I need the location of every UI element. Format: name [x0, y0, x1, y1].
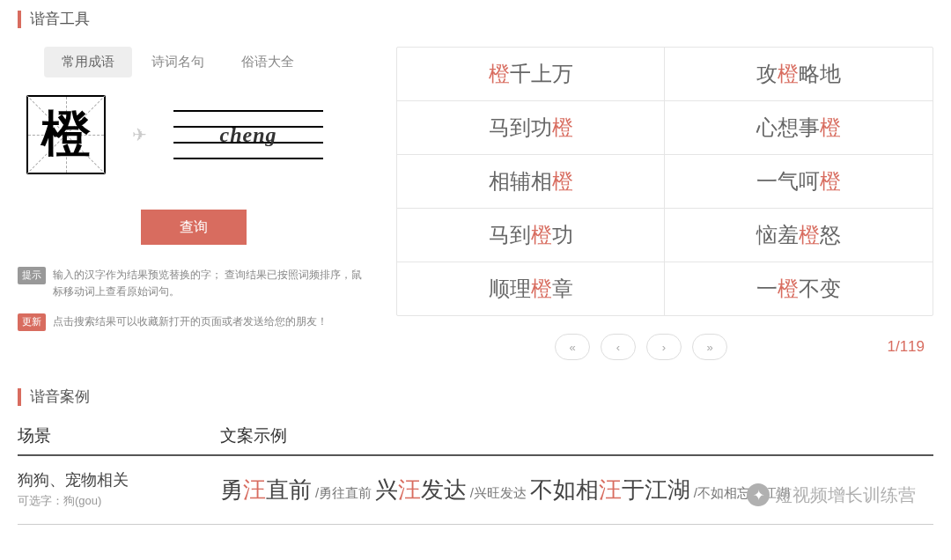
char-display-row: 橙 ✈ cheng	[18, 95, 370, 174]
update-badge: 更新	[18, 313, 46, 331]
tab-proverb[interactable]: 俗语大全	[224, 47, 312, 77]
case-section: 谐音案例 场景 文案示例 狗狗、宠物相关 可选字：狗(gou) 勇汪直前 /勇往…	[18, 387, 933, 525]
page-first-button[interactable]: «	[555, 334, 590, 360]
right-panel: 橙千上万攻橙略地马到功橙心想事橙相辅相橙一气呵橙马到橙功恼羞橙怒顺理橙章一橙不变…	[396, 47, 933, 360]
page-next-button[interactable]: ›	[646, 334, 682, 360]
case-scene-sub: 可选字：狗(gou)	[18, 493, 220, 509]
arrow-plane-icon: ✈	[132, 124, 147, 145]
case-scene-title: 狗狗、宠物相关	[18, 469, 220, 490]
pinyin-box[interactable]: cheng	[173, 110, 323, 159]
result-cell[interactable]: 心想事橙	[665, 101, 933, 155]
result-cell[interactable]: 橙千上万	[397, 48, 665, 101]
query-button[interactable]: 查询	[141, 210, 247, 245]
tab-idiom[interactable]: 常用成语	[44, 47, 132, 77]
case-header-example: 文案示例	[220, 424, 933, 447]
update-row: 更新 点击搜索结果可以收藏新打开的页面或者发送给您的朋友！	[18, 313, 370, 331]
case-header-scene: 场景	[18, 424, 220, 447]
page-last-button[interactable]: »	[692, 334, 727, 360]
case-row: 狗狗、宠物相关 可选字：狗(gou) 勇汪直前 /勇往直前 兴汪发达 /兴旺发达…	[18, 456, 933, 525]
result-cell[interactable]: 马到功橙	[397, 101, 665, 155]
pinyin-text: cheng	[220, 124, 277, 145]
section-accent-bar	[18, 11, 21, 28]
case-scene-cell: 狗狗、宠物相关 可选字：狗(gou)	[18, 469, 220, 511]
result-cell[interactable]: 马到橙功	[397, 209, 665, 262]
case-table-header: 场景 文案示例	[18, 424, 933, 456]
tab-poetry[interactable]: 诗词名句	[134, 47, 222, 77]
tabs-row: 常用成语 诗词名句 俗语大全	[18, 47, 370, 77]
character-box[interactable]: 橙	[26, 95, 106, 174]
update-text: 点击搜索结果可以收藏新打开的页面或者发送给您的朋友！	[53, 313, 328, 330]
case-examples-cell: 勇汪直前 /勇往直前 兴汪发达 /兴旺发达 不如相汪于江湖 /不如相忘于江湖	[220, 469, 933, 511]
page-indicator: 1/119	[887, 338, 933, 356]
results-grid: 橙千上万攻橙略地马到功橙心想事橙相辅相橙一气呵橙马到橙功恼羞橙怒顺理橙章一橙不变	[396, 47, 933, 316]
tool-section-title: 谐音工具	[30, 9, 90, 29]
tool-section-header: 谐音工具	[18, 9, 933, 29]
case-section-title: 谐音案例	[30, 387, 90, 407]
result-cell[interactable]: 一橙不变	[665, 262, 933, 315]
case-section-header: 谐音案例	[18, 387, 933, 407]
tip-row: 提示 输入的汉字作为结果预览替换的字； 查询结果已按照词频排序，鼠标移动词上查看…	[18, 267, 370, 300]
page-prev-button[interactable]: ‹	[601, 334, 636, 360]
result-cell[interactable]: 恼羞橙怒	[665, 209, 933, 262]
result-cell[interactable]: 顺理橙章	[397, 262, 665, 315]
result-cell[interactable]: 相辅相橙	[397, 155, 665, 209]
left-panel: 常用成语 诗词名句 俗语大全 橙 ✈ cheng 查询	[18, 47, 370, 360]
character-glyph: 橙	[41, 101, 91, 168]
result-cell[interactable]: 一气呵橙	[665, 155, 933, 209]
result-cell[interactable]: 攻橙略地	[665, 48, 933, 101]
section-accent-bar	[18, 388, 21, 406]
pagination: « ‹ › » 1/119	[396, 334, 933, 360]
tip-text: 输入的汉字作为结果预览替换的字； 查询结果已按照词频排序，鼠标移动词上查看原始词…	[53, 267, 370, 300]
tip-badge: 提示	[18, 267, 46, 284]
